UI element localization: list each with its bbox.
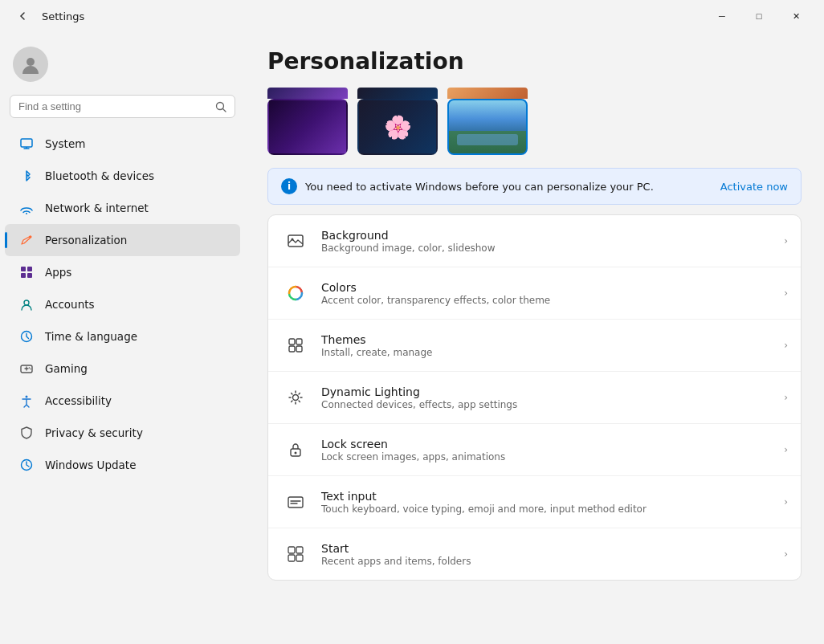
page-title: Personalization xyxy=(267,48,802,75)
sidebar-item-personalization[interactable]: Personalization xyxy=(5,224,240,256)
chevron-icon-background: › xyxy=(784,235,788,247)
sidebar-item-accounts[interactable]: Accounts xyxy=(5,288,240,320)
svg-rect-8 xyxy=(21,267,26,271)
app-body: System Bluetooth & devices Network & int… xyxy=(0,32,824,644)
nav-list: System Bluetooth & devices Network & int… xyxy=(0,128,245,481)
search-input[interactable] xyxy=(18,100,210,112)
nav-icon-gaming xyxy=(18,360,35,377)
wallpaper-partial-row xyxy=(267,88,802,99)
activate-now-link[interactable]: Activate now xyxy=(720,181,788,193)
wallpaper-thumb-1[interactable] xyxy=(267,99,348,155)
nav-icon-bluetooth xyxy=(18,167,35,185)
wallpaper-partial-1[interactable] xyxy=(267,88,348,99)
nav-icon-apps xyxy=(18,263,35,281)
search-icon xyxy=(215,101,226,112)
sidebar-item-label-time: Time & language xyxy=(45,330,137,343)
chevron-icon-start: › xyxy=(784,548,788,560)
sidebar-item-network[interactable]: Network & internet xyxy=(5,192,240,224)
svg-point-22 xyxy=(292,238,294,241)
settings-item-text-start: Start Recent apps and items, folders xyxy=(321,542,773,567)
user-avatar-section xyxy=(0,39,245,95)
svg-line-36 xyxy=(292,401,292,401)
chevron-icon-text-input: › xyxy=(784,496,788,507)
minimize-button[interactable]: ─ xyxy=(704,3,740,29)
nav-icon-network xyxy=(18,199,35,217)
settings-icon-themes xyxy=(281,331,310,360)
svg-line-34 xyxy=(299,401,300,401)
sidebar-item-bluetooth[interactable]: Bluetooth & devices xyxy=(5,160,240,192)
settings-icon-start xyxy=(281,540,310,569)
svg-point-6 xyxy=(26,213,27,214)
search-box[interactable] xyxy=(10,95,235,118)
sidebar-item-label-privacy: Privacy & security xyxy=(45,426,143,439)
settings-item-title-text-input: Text input xyxy=(321,490,773,503)
sidebar-item-apps[interactable]: Apps xyxy=(5,256,240,288)
settings-item-text-lock-screen: Lock screen Lock screen images, apps, an… xyxy=(321,438,773,463)
svg-line-35 xyxy=(299,393,300,394)
svg-point-18 xyxy=(30,369,31,370)
sidebar-item-system[interactable]: System xyxy=(5,128,240,160)
svg-point-7 xyxy=(29,236,31,238)
nav-icon-time xyxy=(18,328,35,345)
settings-item-desc-dynamic-lighting: Connected devices, effects, app settings xyxy=(321,399,773,410)
title-bar-left: Settings xyxy=(10,3,84,29)
settings-item-text-input[interactable]: Text input Touch keyboard, voice typing,… xyxy=(268,476,801,528)
svg-point-12 xyxy=(24,300,29,305)
svg-rect-26 xyxy=(289,346,295,352)
svg-rect-10 xyxy=(21,273,26,278)
svg-point-0 xyxy=(27,58,35,66)
svg-rect-3 xyxy=(21,139,32,147)
avatar xyxy=(13,47,48,82)
svg-line-2 xyxy=(223,108,226,112)
svg-rect-45 xyxy=(296,555,303,561)
settings-item-background[interactable]: Background Background image, color, slid… xyxy=(268,215,801,267)
svg-point-19 xyxy=(26,396,28,398)
chevron-icon-colors: › xyxy=(784,287,788,299)
svg-rect-9 xyxy=(27,267,32,271)
settings-item-text-text-input: Text input Touch keyboard, voice typing,… xyxy=(321,490,773,515)
sidebar-item-label-update: Windows Update xyxy=(45,459,136,471)
svg-rect-24 xyxy=(289,339,295,344)
svg-point-28 xyxy=(293,395,299,401)
info-icon: i xyxy=(281,178,297,194)
settings-item-desc-start: Recent apps and items, folders xyxy=(321,556,773,567)
chevron-icon-themes: › xyxy=(784,340,788,351)
title-bar: Settings ─ □ ✕ xyxy=(0,0,824,32)
back-button[interactable] xyxy=(10,3,35,29)
settings-item-colors[interactable]: Colors Accent color, transparency effect… xyxy=(268,267,801,320)
svg-rect-25 xyxy=(296,339,302,344)
settings-item-text-colors: Colors Accent color, transparency effect… xyxy=(321,281,773,306)
settings-item-desc-text-input: Touch keyboard, voice typing, emoji and … xyxy=(321,503,773,515)
activation-left: i You need to activate Windows before yo… xyxy=(281,178,654,194)
settings-list: Background Background image, color, slid… xyxy=(267,214,802,581)
sidebar-item-accessibility[interactable]: Accessibility xyxy=(5,385,240,417)
svg-point-17 xyxy=(29,367,31,369)
wallpaper-partial-3[interactable] xyxy=(447,88,528,99)
nav-icon-accounts xyxy=(18,296,35,313)
settings-item-text-background: Background Background image, color, slid… xyxy=(321,229,773,254)
wallpaper-thumb-2[interactable] xyxy=(357,99,438,155)
wallpaper-thumb-3[interactable] xyxy=(447,99,528,155)
sidebar-item-update[interactable]: Windows Update xyxy=(5,449,240,481)
settings-item-dynamic-lighting[interactable]: Dynamic Lighting Connected devices, effe… xyxy=(268,372,801,424)
settings-item-text-themes: Themes Install, create, manage xyxy=(321,333,773,358)
sidebar-item-time[interactable]: Time & language xyxy=(5,320,240,353)
settings-item-start[interactable]: Start Recent apps and items, folders › xyxy=(268,528,801,580)
sidebar-item-label-apps: Apps xyxy=(45,266,71,279)
nav-icon-system xyxy=(18,135,35,153)
sidebar-item-privacy[interactable]: Privacy & security xyxy=(5,417,240,449)
settings-item-lock-screen[interactable]: Lock screen Lock screen images, apps, an… xyxy=(268,424,801,476)
sidebar-item-label-accounts: Accounts xyxy=(45,298,95,311)
wallpaper-row xyxy=(267,99,802,155)
settings-item-desc-themes: Install, create, manage xyxy=(321,347,773,358)
maximize-button[interactable]: □ xyxy=(740,3,777,29)
sidebar-item-gaming[interactable]: Gaming xyxy=(5,353,240,385)
wallpaper-partial-2[interactable] xyxy=(357,88,438,99)
chevron-icon-dynamic-lighting: › xyxy=(784,392,788,403)
close-button[interactable]: ✕ xyxy=(777,3,814,29)
svg-rect-42 xyxy=(288,547,295,553)
settings-icon-colors xyxy=(281,279,310,308)
sidebar-item-label-accessibility: Accessibility xyxy=(45,394,112,407)
settings-item-title-lock-screen: Lock screen xyxy=(321,438,773,450)
settings-item-themes[interactable]: Themes Install, create, manage › xyxy=(268,320,801,372)
